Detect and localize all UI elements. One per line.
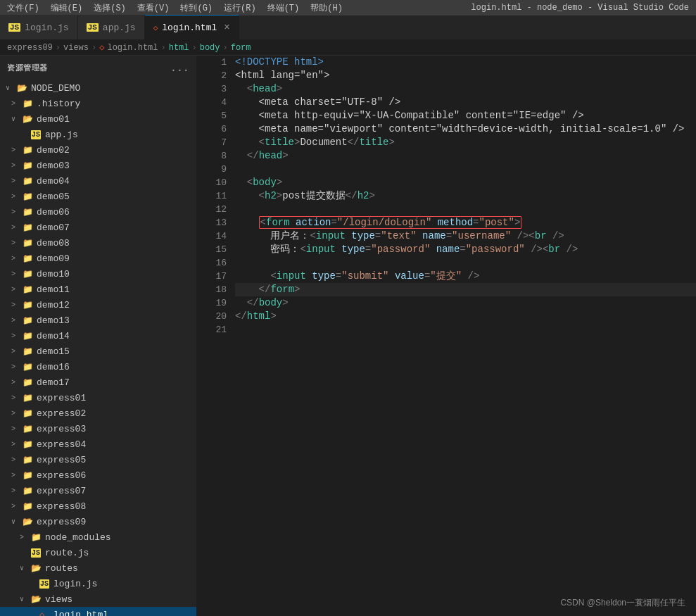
line-number: 21	[208, 323, 227, 337]
code-content[interactable]: <!DOCTYPE html> <html lang="en"> <head> …	[232, 56, 696, 616]
sidebar-menu-button[interactable]: ...	[170, 63, 189, 74]
tree-item-routes[interactable]: ∨📂routes	[0, 560, 196, 576]
folder-icon: 📂	[17, 83, 28, 94]
line-number: 14	[208, 230, 227, 243]
tree-arrow: >	[11, 100, 20, 108]
menu-select[interactable]: 选择(S)	[94, 2, 126, 14]
tab-login-js-label: login.js	[25, 23, 68, 33]
code-line	[235, 203, 696, 216]
tree-arrow: >	[11, 239, 20, 247]
tree-item-express09[interactable]: ∨📂express09	[0, 514, 196, 529]
tree-item-express04[interactable]: >📁express04	[0, 436, 196, 452]
tree-item-demo02[interactable]: >📁demo02	[0, 142, 196, 158]
tree-item-label: express03	[37, 424, 86, 434]
menu-run[interactable]: 运行(R)	[224, 2, 256, 14]
breadcrumb-part-5[interactable]: body	[200, 43, 220, 53]
tree-item-label: express07	[37, 486, 86, 496]
folder-icon: 📁	[23, 331, 34, 341]
tree-item-demo05[interactable]: >📁demo05	[0, 189, 196, 204]
folder-icon: 📂	[31, 594, 42, 605]
tree-item-demo10[interactable]: >📁demo10	[0, 266, 196, 282]
tree-arrow: ∨	[20, 595, 28, 603]
tree-item-demo07[interactable]: >📁demo07	[0, 220, 196, 235]
tree-item-demo14[interactable]: >📁demo14	[0, 328, 196, 344]
line-number: 16	[208, 256, 227, 270]
breadcrumb-part-2[interactable]: views	[63, 43, 89, 53]
breadcrumb-part-6[interactable]: form	[231, 43, 251, 53]
tree-item-route-js[interactable]: JSroute.js	[0, 545, 196, 560]
close-icon[interactable]: ×	[224, 22, 229, 33]
tree-item-express06[interactable]: >📁express06	[0, 467, 196, 483]
tree-item-label: demo14	[37, 331, 70, 341]
tab-login-html[interactable]: ◇ login.html ×	[145, 15, 239, 39]
tree-arrow: >	[11, 301, 20, 309]
tree-item-login-js[interactable]: JSlogin.js	[0, 576, 196, 591]
tree-item-demo13[interactable]: >📁demo13	[0, 313, 196, 328]
js-icon: JS	[31, 548, 42, 558]
tree-arrow: >	[11, 224, 20, 232]
tree-item--history[interactable]: >📁.history	[0, 96, 196, 111]
tree-item-node-modules[interactable]: >📁node_modules	[0, 529, 196, 545]
tree-arrow: >	[11, 193, 20, 201]
js-icon: JS	[39, 579, 51, 589]
code-line: <meta name="viewport" content="width=dev…	[235, 122, 696, 136]
tree-item-label: express08	[37, 501, 86, 512]
breadcrumb-part-1[interactable]: express09	[7, 43, 53, 53]
tree-item-demo17[interactable]: >📁demo17	[0, 375, 196, 390]
tree-item-demo08[interactable]: >📁demo08	[0, 235, 196, 251]
tree-item-label: demo17	[37, 377, 70, 388]
menu-bar[interactable]: 文件(F) 编辑(E) 选择(S) 查看(V) 转到(G) 运行(R) 终端(T…	[7, 2, 343, 14]
tree-item-express08[interactable]: >📁express08	[0, 498, 196, 514]
tree-item-demo03[interactable]: >📁demo03	[0, 158, 196, 173]
folder-icon: 📁	[23, 470, 34, 481]
breadcrumb-part-3[interactable]: login.html	[107, 43, 158, 53]
tree-item-express05[interactable]: >📁express05	[0, 452, 196, 467]
menu-help[interactable]: 帮助(H)	[310, 2, 343, 14]
tree-arrow: >	[11, 425, 20, 433]
tab-app-js[interactable]: JS app.js	[78, 15, 145, 39]
tree-item-label: express06	[37, 470, 86, 481]
tree-item-label: express05	[37, 455, 86, 465]
code-line: 用户名：<input type="text" name="username" /…	[235, 230, 696, 243]
tree-item-demo06[interactable]: >📁demo06	[0, 204, 196, 220]
folder-icon: 📁	[23, 269, 34, 279]
sidebar: 资源管理器 ... ∨📂NODE_DEMO>📁.history∨📂demo01J…	[0, 56, 197, 616]
tree-item-views[interactable]: ∨📂views	[0, 591, 196, 607]
tree-item-demo15[interactable]: >📁demo15	[0, 344, 196, 359]
tab-login-js[interactable]: JS login.js	[0, 15, 78, 39]
tree-item-label: demo05	[37, 191, 70, 202]
code-container[interactable]: 123456789101112131415161718192021 <!DOCT…	[197, 56, 696, 616]
html-file-icon: ◇	[99, 42, 104, 53]
tree-item-login-html[interactable]: ◇login.html	[0, 607, 196, 616]
tree-item-label: NODE_DEMO	[31, 83, 80, 94]
tree-item-demo01[interactable]: ∨📂demo01	[0, 111, 196, 127]
menu-terminal[interactable]: 终端(T)	[267, 2, 300, 14]
tree-arrow: >	[11, 317, 20, 325]
tree-item-node-demo[interactable]: ∨📂NODE_DEMO	[0, 80, 196, 96]
tree-item-demo04[interactable]: >📁demo04	[0, 173, 196, 189]
tree-item-demo16[interactable]: >📁demo16	[0, 359, 196, 375]
tree-item-label: demo12	[37, 300, 70, 310]
main-layout: 资源管理器 ... ∨📂NODE_DEMO>📁.history∨📂demo01J…	[0, 56, 696, 616]
breadcrumb-part-4[interactable]: html	[169, 43, 189, 53]
menu-goto[interactable]: 转到(G)	[180, 2, 213, 14]
tree-item-demo12[interactable]: >📁demo12	[0, 297, 196, 313]
tree-arrow: >	[11, 456, 20, 464]
html-icon: ◇	[153, 23, 158, 32]
tree-arrow: ∨	[11, 517, 20, 526]
code-line: </form>	[235, 283, 696, 296]
tree-item-app-js[interactable]: JSapp.js	[0, 127, 196, 142]
tree-item-express07[interactable]: >📁express07	[0, 483, 196, 498]
menu-edit[interactable]: 编辑(E)	[51, 2, 83, 14]
breadcrumb-sep-3: ›	[160, 43, 165, 53]
tree-item-express02[interactable]: >📁express02	[0, 406, 196, 421]
code-line: </body>	[235, 296, 696, 310]
menu-view[interactable]: 查看(V)	[137, 2, 170, 14]
tree-item-demo09[interactable]: >📁demo09	[0, 251, 196, 266]
tree-item-demo11[interactable]: >📁demo11	[0, 282, 196, 297]
tree-item-express03[interactable]: >📁express03	[0, 421, 196, 436]
folder-icon: 📁	[23, 486, 34, 496]
tree-item-express01[interactable]: >📁express01	[0, 390, 196, 406]
folder-icon: 📁	[23, 284, 34, 295]
menu-file[interactable]: 文件(F)	[7, 2, 39, 14]
